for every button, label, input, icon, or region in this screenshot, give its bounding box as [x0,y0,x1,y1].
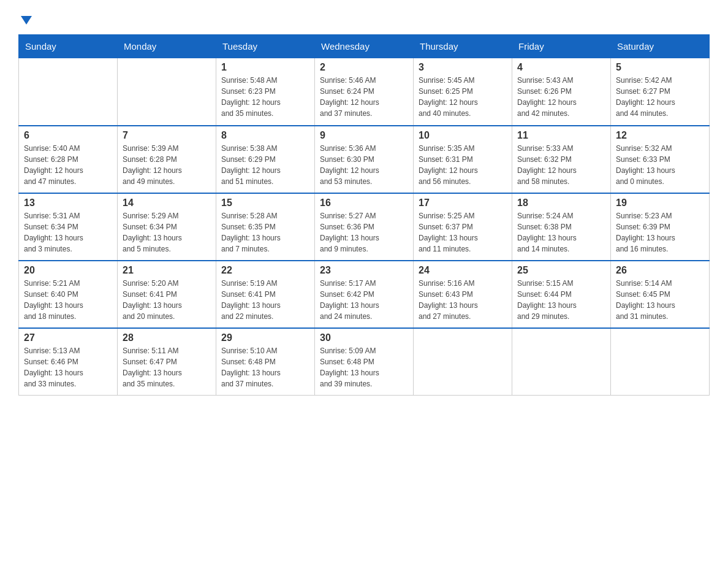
calendar-cell: 9Sunrise: 5:36 AM Sunset: 6:30 PM Daylig… [315,126,414,193]
day-info: Sunrise: 5:38 AM Sunset: 6:29 PM Dayligh… [221,143,309,187]
day-info: Sunrise: 5:09 AM Sunset: 6:48 PM Dayligh… [320,345,408,389]
day-number: 17 [419,197,507,209]
day-info: Sunrise: 5:42 AM Sunset: 6:27 PM Dayligh… [616,75,704,119]
calendar-cell: 2Sunrise: 5:46 AM Sunset: 6:24 PM Daylig… [315,58,414,126]
calendar-cell: 16Sunrise: 5:27 AM Sunset: 6:36 PM Dayli… [315,193,414,261]
svg-marker-0 [21,16,32,25]
calendar-cell: 5Sunrise: 5:42 AM Sunset: 6:27 PM Daylig… [611,58,710,126]
calendar-cell: 25Sunrise: 5:15 AM Sunset: 6:44 PM Dayli… [512,261,611,328]
calendar-cell: 13Sunrise: 5:31 AM Sunset: 6:34 PM Dayli… [19,193,118,261]
calendar-header-row: SundayMondayTuesdayWednesdayThursdayFrid… [19,35,710,58]
logo [18,12,33,22]
day-info: Sunrise: 5:28 AM Sunset: 6:35 PM Dayligh… [221,210,309,255]
day-info: Sunrise: 5:29 AM Sunset: 6:34 PM Dayligh… [123,210,211,255]
calendar-cell [19,58,118,126]
day-number: 29 [221,332,309,343]
calendar-cell: 28Sunrise: 5:11 AM Sunset: 6:47 PM Dayli… [118,328,216,396]
calendar-cell: 29Sunrise: 5:10 AM Sunset: 6:48 PM Dayli… [216,328,315,396]
day-info: Sunrise: 5:13 AM Sunset: 6:46 PM Dayligh… [24,345,112,389]
calendar-cell: 1Sunrise: 5:48 AM Sunset: 6:23 PM Daylig… [216,58,315,126]
day-number: 14 [123,197,211,209]
day-info: Sunrise: 5:35 AM Sunset: 6:31 PM Dayligh… [419,143,507,187]
day-number: 28 [123,332,211,343]
day-info: Sunrise: 5:21 AM Sunset: 6:40 PM Dayligh… [24,278,112,322]
col-header-sunday: Sunday [19,35,118,58]
calendar-cell: 3Sunrise: 5:45 AM Sunset: 6:25 PM Daylig… [414,58,512,126]
calendar-cell: 12Sunrise: 5:32 AM Sunset: 6:33 PM Dayli… [611,126,710,193]
calendar-cell: 6Sunrise: 5:40 AM Sunset: 6:28 PM Daylig… [19,126,118,193]
col-header-saturday: Saturday [611,35,710,58]
day-number: 25 [517,265,605,276]
day-info: Sunrise: 5:15 AM Sunset: 6:44 PM Dayligh… [517,278,605,322]
day-info: Sunrise: 5:20 AM Sunset: 6:41 PM Dayligh… [123,278,211,322]
calendar-cell [611,328,710,396]
calendar-cell: 15Sunrise: 5:28 AM Sunset: 6:35 PM Dayli… [216,193,315,261]
day-info: Sunrise: 5:11 AM Sunset: 6:47 PM Dayligh… [123,345,211,389]
calendar-cell [118,58,216,126]
calendar-cell: 20Sunrise: 5:21 AM Sunset: 6:40 PM Dayli… [19,261,118,328]
col-header-tuesday: Tuesday [216,35,315,58]
day-number: 18 [517,197,605,209]
calendar-cell: 8Sunrise: 5:38 AM Sunset: 6:29 PM Daylig… [216,126,315,193]
day-number: 30 [320,332,408,343]
day-number: 12 [616,130,704,141]
calendar-cell: 18Sunrise: 5:24 AM Sunset: 6:38 PM Dayli… [512,193,611,261]
calendar-cell: 10Sunrise: 5:35 AM Sunset: 6:31 PM Dayli… [414,126,512,193]
day-number: 5 [616,62,704,73]
day-number: 9 [320,130,408,141]
day-number: 16 [320,197,408,209]
day-info: Sunrise: 5:23 AM Sunset: 6:39 PM Dayligh… [616,210,704,255]
calendar-week-row: 13Sunrise: 5:31 AM Sunset: 6:34 PM Dayli… [19,193,710,261]
day-info: Sunrise: 5:36 AM Sunset: 6:30 PM Dayligh… [320,143,408,187]
day-info: Sunrise: 5:43 AM Sunset: 6:26 PM Dayligh… [517,75,605,119]
calendar-cell: 14Sunrise: 5:29 AM Sunset: 6:34 PM Dayli… [118,193,216,261]
calendar-week-row: 6Sunrise: 5:40 AM Sunset: 6:28 PM Daylig… [19,126,710,193]
day-info: Sunrise: 5:39 AM Sunset: 6:28 PM Dayligh… [123,143,211,187]
day-info: Sunrise: 5:10 AM Sunset: 6:48 PM Dayligh… [221,345,309,389]
day-info: Sunrise: 5:33 AM Sunset: 6:32 PM Dayligh… [517,143,605,187]
col-header-thursday: Thursday [414,35,512,58]
calendar-week-row: 20Sunrise: 5:21 AM Sunset: 6:40 PM Dayli… [19,261,710,328]
calendar-cell: 19Sunrise: 5:23 AM Sunset: 6:39 PM Dayli… [611,193,710,261]
calendar-cell: 22Sunrise: 5:19 AM Sunset: 6:41 PM Dayli… [216,261,315,328]
calendar-cell: 23Sunrise: 5:17 AM Sunset: 6:42 PM Dayli… [315,261,414,328]
calendar-week-row: 1Sunrise: 5:48 AM Sunset: 6:23 PM Daylig… [19,58,710,126]
day-info: Sunrise: 5:16 AM Sunset: 6:43 PM Dayligh… [419,278,507,322]
day-number: 2 [320,62,408,73]
col-header-wednesday: Wednesday [315,35,414,58]
calendar-cell [414,328,512,396]
day-number: 7 [123,130,211,141]
calendar-cell: 21Sunrise: 5:20 AM Sunset: 6:41 PM Dayli… [118,261,216,328]
day-info: Sunrise: 5:40 AM Sunset: 6:28 PM Dayligh… [24,143,112,187]
day-number: 26 [616,265,704,276]
day-info: Sunrise: 5:24 AM Sunset: 6:38 PM Dayligh… [517,210,605,255]
calendar-cell: 11Sunrise: 5:33 AM Sunset: 6:32 PM Dayli… [512,126,611,193]
day-info: Sunrise: 5:32 AM Sunset: 6:33 PM Dayligh… [616,143,704,187]
calendar-cell: 4Sunrise: 5:43 AM Sunset: 6:26 PM Daylig… [512,58,611,126]
col-header-monday: Monday [118,35,216,58]
day-number: 15 [221,197,309,209]
calendar-cell: 27Sunrise: 5:13 AM Sunset: 6:46 PM Dayli… [19,328,118,396]
day-info: Sunrise: 5:14 AM Sunset: 6:45 PM Dayligh… [616,278,704,322]
day-info: Sunrise: 5:25 AM Sunset: 6:37 PM Dayligh… [419,210,507,255]
day-number: 1 [221,62,309,73]
logo-triangle-icon [20,13,33,27]
day-number: 8 [221,130,309,141]
day-number: 23 [320,265,408,276]
calendar-cell: 30Sunrise: 5:09 AM Sunset: 6:48 PM Dayli… [315,328,414,396]
day-info: Sunrise: 5:46 AM Sunset: 6:24 PM Dayligh… [320,75,408,119]
day-info: Sunrise: 5:17 AM Sunset: 6:42 PM Dayligh… [320,278,408,322]
day-number: 13 [24,197,112,209]
day-info: Sunrise: 5:48 AM Sunset: 6:23 PM Dayligh… [221,75,309,119]
calendar-cell: 26Sunrise: 5:14 AM Sunset: 6:45 PM Dayli… [611,261,710,328]
day-info: Sunrise: 5:27 AM Sunset: 6:36 PM Dayligh… [320,210,408,255]
calendar-cell: 17Sunrise: 5:25 AM Sunset: 6:37 PM Dayli… [414,193,512,261]
calendar-cell: 7Sunrise: 5:39 AM Sunset: 6:28 PM Daylig… [118,126,216,193]
day-number: 11 [517,130,605,141]
calendar-table: SundayMondayTuesdayWednesdayThursdayFrid… [18,34,710,396]
day-number: 4 [517,62,605,73]
day-number: 6 [24,130,112,141]
page-header [18,12,710,22]
calendar-cell [512,328,611,396]
day-info: Sunrise: 5:19 AM Sunset: 6:41 PM Dayligh… [221,278,309,322]
